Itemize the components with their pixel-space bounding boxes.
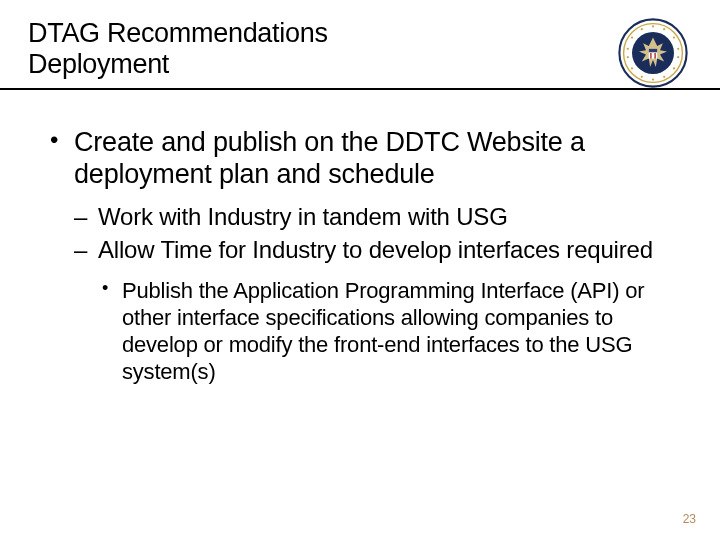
list-item: Create and publish on the DDTC Website a… xyxy=(50,126,670,386)
svg-point-10 xyxy=(652,78,654,80)
svg-point-3 xyxy=(652,25,654,27)
svg-rect-18 xyxy=(649,49,657,53)
svg-point-6 xyxy=(677,48,679,50)
svg-point-15 xyxy=(631,36,633,38)
list-item: Work with Industry in tandem with USG xyxy=(74,203,670,232)
slide-content: Create and publish on the DDTC Website a… xyxy=(0,88,720,386)
list-item-text: Create and publish on the DDTC Website a… xyxy=(74,127,585,189)
svg-point-16 xyxy=(641,28,643,30)
list-item: Allow Time for Industry to develop inter… xyxy=(74,236,670,386)
svg-point-9 xyxy=(663,76,665,78)
svg-point-4 xyxy=(663,28,665,30)
seal-icon xyxy=(618,18,688,88)
slide-header: DTAG Recommendations Deployment xyxy=(0,0,720,88)
svg-point-5 xyxy=(673,36,675,38)
svg-point-14 xyxy=(627,48,629,50)
title-line-2: Deployment xyxy=(28,49,169,79)
svg-point-8 xyxy=(673,67,675,69)
list-item: Publish the Application Programming Inte… xyxy=(98,278,670,385)
us-seal-svg xyxy=(618,18,688,88)
bullet-list-lvl2: Work with Industry in tandem with USG Al… xyxy=(74,203,670,386)
svg-point-11 xyxy=(641,76,643,78)
title-block: DTAG Recommendations Deployment xyxy=(28,18,618,80)
bullet-list-lvl1: Create and publish on the DDTC Website a… xyxy=(50,126,670,386)
list-item-text: Work with Industry in tandem with USG xyxy=(98,203,508,230)
svg-point-7 xyxy=(677,56,679,58)
title-line-1: DTAG Recommendations xyxy=(28,18,328,48)
svg-rect-20 xyxy=(654,53,655,59)
list-item-text: Publish the Application Programming Inte… xyxy=(122,278,644,383)
list-item-text: Allow Time for Industry to develop inter… xyxy=(98,236,653,263)
page-number: 23 xyxy=(683,512,696,526)
svg-point-12 xyxy=(631,67,633,69)
slide-title: DTAG Recommendations Deployment xyxy=(28,18,618,80)
svg-point-13 xyxy=(627,56,629,58)
bullet-list-lvl3: Publish the Application Programming Inte… xyxy=(98,278,670,385)
svg-rect-19 xyxy=(650,53,651,59)
title-underline xyxy=(0,88,720,90)
